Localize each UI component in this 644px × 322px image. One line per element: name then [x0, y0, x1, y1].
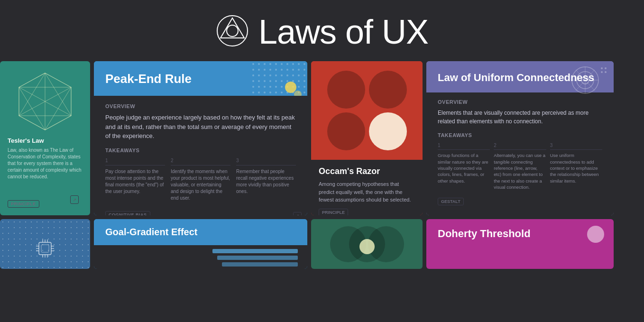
tesler-tag: PRINCIPLE	[8, 200, 39, 208]
page-title: Laws of UX	[258, 15, 428, 49]
svg-point-2	[227, 25, 238, 37]
uniform-takeaway-1-text: Group functions of a similar nature so t…	[438, 152, 490, 184]
peak-dots-decoration	[250, 61, 307, 99]
uniform-takeaway-1: 1 Group functions of a similar nature so…	[438, 143, 490, 190]
peak-tag: COGNITIVE BIAS	[105, 211, 150, 216]
uniform-takeaways-label: Takeaways	[438, 132, 602, 138]
svg-line-10	[45, 73, 71, 116]
svg-point-26	[601, 71, 603, 73]
svg-point-15	[285, 82, 296, 93]
takeaway-1-number: 1	[105, 158, 165, 166]
takeaway-2: 2 Identify the moments when your product…	[171, 158, 230, 202]
peak-description: People judge an experience largely based…	[105, 113, 296, 141]
uniform-takeaway-3: 3 Use uniform connectedness to add conte…	[550, 143, 602, 190]
peak-link-icon[interactable]: ↗	[293, 212, 302, 216]
svg-point-0	[217, 16, 248, 46]
uniform-takeaway-3-num: 3	[550, 143, 602, 150]
takeaway-2-number: 2	[171, 158, 230, 166]
uniform-takeaway-2-text: Alternately, you can use a tangible conn…	[494, 152, 546, 190]
svg-rect-29	[41, 245, 49, 252]
takeaway-3-text: Remember that people recall negative exp…	[236, 168, 296, 195]
occam-tag: PRINCIPLE	[319, 209, 348, 216]
peak-overview-label: Overview	[105, 103, 296, 109]
svg-line-9	[19, 73, 45, 116]
uniform-description: Elements that are visually connected are…	[438, 109, 602, 126]
svg-line-12	[45, 87, 71, 130]
takeaway-3: 3 Remember that people recall negative e…	[236, 158, 296, 202]
uniform-takeaway-1-num: 1	[438, 143, 490, 150]
svg-rect-28	[39, 242, 51, 255]
uniform-tag: GESTALT	[438, 198, 464, 205]
card-occams-razor[interactable]: Occam's Razor Among competing hypotheses…	[311, 61, 423, 215]
card-tesler[interactable]: Tesler's Law Law, also known as The Law …	[0, 61, 90, 215]
svg-point-25	[605, 67, 607, 69]
svg-marker-1	[221, 18, 244, 38]
card-goal-gradient[interactable]: Goal-Gradient Effect	[94, 219, 307, 269]
svg-point-45	[359, 239, 375, 254]
uniform-takeaway-2-num: 2	[494, 143, 546, 150]
takeaway-2-text: Identify the moments when your product i…	[171, 168, 230, 202]
card-doherty-threshold[interactable]: Doherty Threshold	[426, 219, 614, 269]
tesler-gem-icon	[14, 71, 76, 132]
occam-visual	[318, 61, 416, 160]
cards-grid: Tesler's Law Law, also known as The Law …	[0, 61, 644, 269]
svg-point-24	[601, 67, 603, 69]
chip-icon	[33, 237, 57, 262]
peak-takeaways: 1 Pay close attention to the most intens…	[105, 158, 296, 202]
uniform-takeaways: 1 Group functions of a similar nature so…	[438, 143, 602, 190]
card-peak-end-rule[interactable]: Peak-End Rule Ove	[94, 61, 307, 215]
tesler-description: Law, also known as The Law of Conservati…	[8, 147, 83, 180]
takeaway-1-text: Pay close attention to the most intense …	[105, 168, 165, 195]
tesler-title: Tesler's Law	[8, 137, 83, 144]
takeaway-3-number: 3	[236, 158, 296, 166]
card-blue-dots[interactable]	[0, 219, 90, 269]
doherty-title: Doherty Threshold	[438, 228, 602, 240]
goal-gradient-title: Goal-Gradient Effect	[105, 227, 296, 238]
tesler-link-icon[interactable]: ↗	[70, 195, 79, 204]
uniform-takeaway-2: 2 Alternately, you can use a tangible co…	[494, 143, 546, 190]
card-law-uniform-connectedness[interactable]: Law of Uniform Connectedness	[426, 61, 614, 215]
svg-point-27	[605, 71, 607, 73]
card-green-circles[interactable]	[311, 219, 423, 269]
occam-description: Among competing hypotheses that predict …	[319, 180, 415, 204]
green-circles-visual	[311, 219, 423, 269]
uniform-circles-decoration	[561, 66, 609, 110]
page-header: Laws of UX	[0, 0, 644, 61]
goal-bars-visual	[212, 249, 298, 269]
svg-line-11	[19, 87, 45, 130]
doherty-circle-decoration	[587, 226, 604, 243]
takeaway-1: 1 Pay close attention to the most intens…	[105, 158, 165, 202]
occam-title: Occam's Razor	[319, 166, 415, 176]
logo-icon	[216, 14, 249, 49]
uniform-takeaway-3-text: Use uniform connectedness to add context…	[550, 152, 602, 184]
peak-takeaways-label: Takeaways	[105, 147, 296, 153]
